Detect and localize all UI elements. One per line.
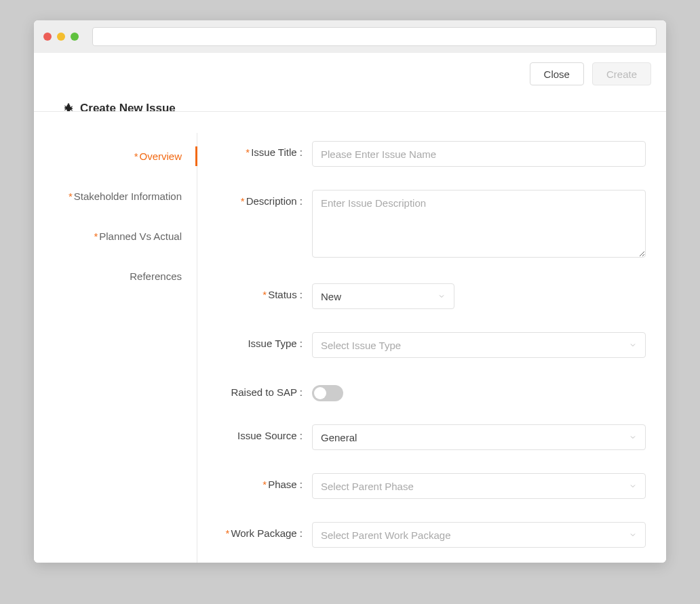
tab-label: Planned Vs Actual bbox=[99, 230, 182, 242]
side-tabs: *Overview *Stakeholder Information *Plan… bbox=[34, 127, 197, 563]
tab-label: Stakeholder Information bbox=[74, 190, 182, 202]
required-star-icon: * bbox=[69, 190, 73, 202]
select-placeholder: Select Parent Phase bbox=[321, 481, 414, 492]
required-star-icon: * bbox=[262, 289, 267, 300]
label-status: *Status : bbox=[224, 283, 312, 300]
required-star-icon: * bbox=[94, 230, 98, 242]
row-phase: *Phase : Select Parent Phase bbox=[224, 473, 646, 499]
status-select[interactable]: New bbox=[312, 283, 454, 309]
issue-title-input[interactable] bbox=[312, 141, 646, 167]
select-value: New bbox=[321, 291, 341, 302]
create-button[interactable]: Create bbox=[592, 62, 651, 85]
row-raised-to-sap: Raised to SAP : bbox=[224, 381, 646, 401]
tab-overview[interactable]: *Overview bbox=[34, 141, 197, 172]
label-text: Phase : bbox=[268, 479, 303, 490]
row-work-package: *Work Package : Select Parent Work Packa… bbox=[224, 522, 646, 548]
browser-window: Close Create Create New Issue *Overview … bbox=[34, 20, 666, 563]
raised-to-sap-toggle[interactable] bbox=[312, 385, 343, 401]
tab-stakeholder-information[interactable]: *Stakeholder Information bbox=[34, 181, 197, 212]
page-title: Create New Issue bbox=[80, 102, 176, 115]
required-star-icon: * bbox=[241, 195, 245, 207]
dialog-action-buttons: Close Create bbox=[530, 62, 651, 85]
bug-icon bbox=[62, 102, 75, 115]
traffic-lights bbox=[43, 33, 79, 41]
label-issue-title: *Issue Title : bbox=[224, 141, 312, 158]
issue-source-select[interactable]: General bbox=[312, 424, 646, 450]
chevron-down-icon bbox=[438, 292, 446, 300]
tab-planned-vs-actual[interactable]: *Planned Vs Actual bbox=[34, 221, 197, 251]
issue-type-select[interactable]: Select Issue Type bbox=[312, 332, 646, 358]
close-button[interactable]: Close bbox=[530, 62, 584, 85]
label-text: Issue Title : bbox=[251, 146, 303, 158]
chevron-down-icon bbox=[629, 482, 637, 490]
tab-label: Overview bbox=[139, 150, 182, 162]
description-textarea[interactable] bbox=[312, 190, 646, 258]
required-star-icon: * bbox=[226, 527, 230, 539]
phase-select[interactable]: Select Parent Phase bbox=[312, 473, 646, 499]
page-header-divider bbox=[34, 111, 666, 112]
row-status: *Status : New bbox=[224, 283, 646, 309]
tab-references[interactable]: References bbox=[34, 261, 197, 291]
row-issue-source: Issue Source : General bbox=[224, 424, 646, 450]
label-raised-to-sap: Raised to SAP : bbox=[224, 381, 312, 398]
chevron-down-icon bbox=[629, 341, 637, 349]
label-description: *Description : bbox=[224, 190, 312, 207]
page-title-wrap: Create New Issue bbox=[62, 102, 182, 115]
label-issue-source: Issue Source : bbox=[224, 424, 312, 441]
toggle-knob bbox=[314, 387, 326, 399]
row-issue-title: *Issue Title : bbox=[224, 141, 646, 167]
url-bar[interactable] bbox=[92, 27, 657, 46]
label-text: Status : bbox=[268, 289, 303, 300]
work-package-select[interactable]: Select Parent Work Package bbox=[312, 522, 646, 548]
label-text: Issue Type : bbox=[248, 338, 303, 349]
browser-chrome bbox=[34, 20, 666, 53]
required-star-icon: * bbox=[246, 146, 250, 158]
required-star-icon: * bbox=[262, 479, 267, 490]
label-text: Raised to SAP : bbox=[231, 386, 303, 398]
label-text: Description : bbox=[246, 195, 303, 207]
chevron-down-icon bbox=[629, 531, 637, 539]
form-area: *Issue Title : *Description : *Status : bbox=[197, 127, 666, 563]
label-issue-type: Issue Type : bbox=[224, 332, 312, 349]
label-text: Issue Source : bbox=[237, 430, 303, 441]
label-work-package: *Work Package : bbox=[224, 522, 312, 539]
required-star-icon: * bbox=[134, 150, 138, 162]
row-issue-type: Issue Type : Select Issue Type bbox=[224, 332, 646, 358]
select-value: General bbox=[321, 432, 357, 443]
tab-label: References bbox=[130, 270, 182, 282]
window-maximize-icon[interactable] bbox=[71, 33, 79, 41]
label-phase: *Phase : bbox=[224, 473, 312, 490]
window-minimize-icon[interactable] bbox=[57, 33, 65, 41]
row-description: *Description : bbox=[224, 190, 646, 260]
app-content: Close Create Create New Issue *Overview … bbox=[34, 53, 666, 563]
chevron-down-icon bbox=[629, 433, 637, 441]
select-placeholder: Select Issue Type bbox=[321, 340, 401, 351]
window-close-icon[interactable] bbox=[43, 33, 52, 41]
label-text: Work Package : bbox=[231, 527, 303, 539]
content: *Overview *Stakeholder Information *Plan… bbox=[34, 127, 666, 563]
select-placeholder: Select Parent Work Package bbox=[321, 529, 450, 541]
